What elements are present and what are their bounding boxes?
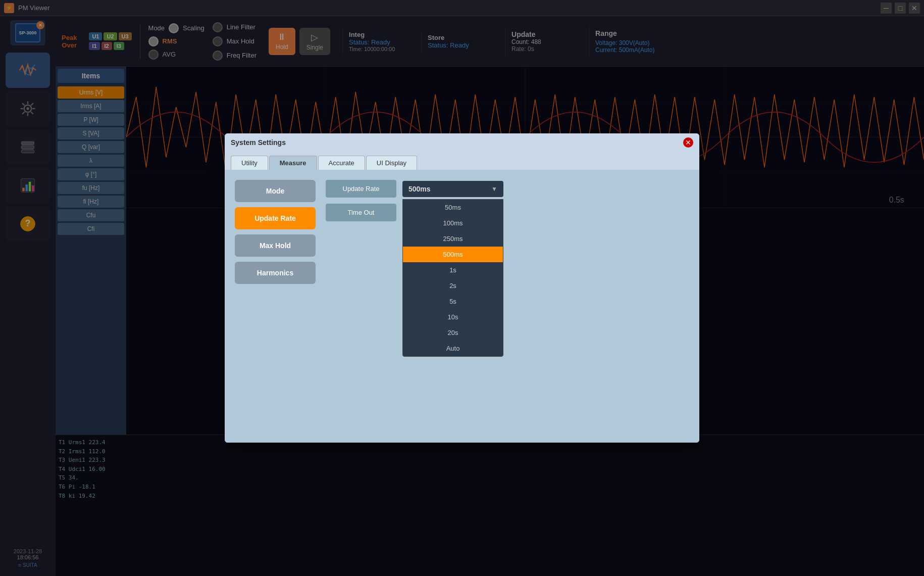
dialog-title: System Settings [231,138,286,147]
dialog-close-button[interactable]: ✕ [683,137,693,148]
update-rate-dropdown[interactable]: 500ms ▼ 50ms 100ms 250ms 500ms 1s 2s 5s … [402,181,503,197]
option-100ms[interactable]: 100ms [403,215,503,231]
dialog-body: Mode Update Rate Max Hold Harmonics Upda… [225,170,699,443]
option-1s[interactable]: 1s [403,262,503,278]
option-500ms[interactable]: 500ms [403,247,503,262]
option-20s[interactable]: 20s [403,325,503,341]
dialog-nav: Mode Update Rate Max Hold Harmonics [235,180,316,433]
update-rate-button[interactable]: Update Rate [326,180,396,198]
option-50ms[interactable]: 50ms [403,200,503,215]
nav-mode[interactable]: Mode [235,180,316,202]
tab-accurate[interactable]: Accurate [318,156,365,170]
option-5s[interactable]: 5s [403,294,503,309]
option-10s[interactable]: 10s [403,309,503,325]
timeout-button[interactable]: Time Out [326,204,396,221]
tab-ui-display[interactable]: UI Display [366,156,417,170]
nav-update-rate[interactable]: Update Rate [235,207,316,229]
dropdown-arrow-icon: ▼ [491,185,497,193]
dropdown-value: 500ms [408,185,431,193]
dropdown-list: 50ms 100ms 250ms 500ms 1s 2s 5s 10s 20s … [402,199,503,357]
dialog-titlebar: System Settings ✕ [225,133,699,152]
dropdown-display[interactable]: 500ms ▼ [402,181,503,197]
nav-max-hold[interactable]: Max Hold [235,234,316,257]
update-rate-row: Update Rate 500ms ▼ 50ms 100ms 250ms 500… [326,180,689,198]
dialog-tabs: Utility Measure Accurate UI Display [225,152,699,170]
option-auto[interactable]: Auto [403,341,503,356]
nav-harmonics[interactable]: Harmonics [235,262,316,284]
modal-overlay: System Settings ✕ Utility Measure Accura… [0,0,924,576]
dialog-content: Update Rate 500ms ▼ 50ms 100ms 250ms 500… [326,180,689,433]
timeout-row: Time Out [326,204,689,221]
system-settings-dialog: System Settings ✕ Utility Measure Accura… [225,133,699,443]
tab-utility[interactable]: Utility [231,156,268,170]
tab-measure[interactable]: Measure [269,156,317,170]
option-250ms[interactable]: 250ms [403,231,503,247]
option-2s[interactable]: 2s [403,278,503,294]
